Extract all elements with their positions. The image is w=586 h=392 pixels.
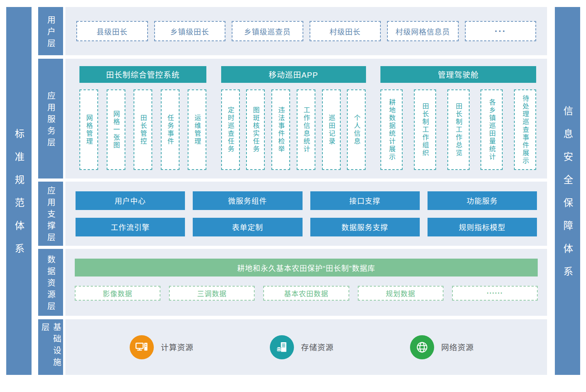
layer-label-data-resource-text: 数据资源层 — [45, 252, 56, 313]
module-label: 待处理巡查事件展示 — [522, 95, 528, 165]
module-grid-management: 网格管理 — [79, 89, 98, 170]
user-role-label: 村级田长 — [329, 26, 361, 37]
module-label: 田长制工作总览 — [455, 103, 462, 157]
module-violation-reporting: 违法事件检举 — [271, 89, 290, 170]
globe-icon — [410, 335, 434, 359]
data-label: 规划数据 — [386, 288, 415, 298]
layer-label-application-service-text: 应用服务层 — [45, 88, 56, 150]
module-personal-info: 个人信息 — [347, 89, 366, 170]
infrastructure-panel: 计算资源 — [65, 319, 547, 375]
group-header: 田长制综合管控系统 — [79, 66, 206, 83]
user-role-county-chief: 县级田长 — [76, 21, 148, 41]
module-label: 工作信息统计 — [303, 107, 309, 153]
group-field-chief-control-system: 田长制综合管控系统 网格管理 网格一张图 田长管控 任务事件 运维管理 — [79, 66, 206, 170]
infra-network-resources: 网络资源 — [410, 335, 474, 359]
user-role-label: 乡镇级田长 — [170, 26, 209, 37]
layer-application-service: 应用服务层 田长制综合管控系统 网格管理 网格一张图 田长管控 任务事件 运维管… — [38, 59, 547, 178]
infra-label: 网络资源 — [441, 341, 474, 353]
data-basic-farmland: 基本农田数据 — [263, 286, 349, 301]
layer-label-infrastructure-text: 基础设施层 — [39, 319, 62, 375]
data-label: 影像数据 — [103, 288, 132, 298]
module-label: 耕地数据统计展示 — [388, 99, 395, 161]
infra-storage-resources: 存储资源 — [270, 335, 334, 359]
group-management-cockpit: 管理驾驶舱 耕地数据统计展示 田长制工作组织 田长制工作总览 各乡镇巡田量统计 … — [380, 66, 536, 170]
layer-user: 用户层 县级田长 乡镇级田长 乡镇级巡查员 村级田长 村级网格信息员 ··· — [38, 7, 547, 55]
infra-computing-resources: 计算资源 — [130, 335, 194, 359]
support-function-services: 功能服务 — [428, 191, 537, 210]
group-items: 网格管理 网格一张图 田长管控 任务事件 运维管理 — [79, 89, 206, 170]
layer-infrastructure: 基础设施层 计算资源 — [38, 319, 547, 375]
module-label: 任务事件 — [167, 114, 173, 145]
module-work-overview: 田长制工作总览 — [447, 89, 470, 170]
module-task-events: 任务事件 — [161, 89, 179, 170]
support-row: 用户中心 微服务组件 接口支撑 功能服务 — [76, 191, 537, 210]
user-role-township-chief: 乡镇级田长 — [154, 21, 226, 41]
module-label: 图斑核实任务 — [252, 107, 259, 153]
module-patrol-records: 巡田记录 — [322, 89, 341, 170]
module-label: 定时巡查任务 — [227, 107, 234, 153]
layer-label-application-support-text: 应用支撑层 — [45, 183, 56, 245]
data-ellipsis: ······ — [452, 286, 538, 301]
support-interface-support: 接口支撑 — [310, 191, 420, 210]
layer-label-infrastructure: 基础设施层 — [38, 319, 63, 375]
module-label: 网格管理 — [86, 114, 92, 145]
module-pending-inspection-events: 待处理巡查事件展示 — [514, 89, 536, 170]
user-role-village-grid-informer: 村级网格信息员 — [387, 21, 459, 41]
support-workflow-engine: 工作流引擎 — [76, 218, 185, 236]
module-work-organization: 田长制工作组织 — [414, 89, 436, 170]
storage-icon — [270, 335, 294, 359]
ellipsis-text: ······ — [487, 289, 503, 298]
data-label: 基本农田数据 — [284, 288, 329, 298]
user-role-label: 村级网格信息员 — [396, 26, 450, 37]
layer-data-resource: 数据资源层 耕地和永久基本农田保护“田长制”数据库 影像数据 三调数据 基本农田… — [38, 249, 547, 316]
module-field-chief-control: 田长管控 — [134, 89, 152, 170]
layer-label-application-support: 应用支撑层 — [38, 182, 63, 246]
module-scheduled-patrol-tasks: 定时巡查任务 — [221, 89, 240, 170]
user-role-ellipsis: ··· — [465, 21, 537, 41]
support-rule-indicator-model: 规则指标模型 — [428, 218, 537, 236]
data-planning: 规划数据 — [358, 286, 443, 301]
standards-system-bar: 标准规范体系 — [6, 7, 32, 375]
user-role-village-chief: 村级田长 — [310, 21, 381, 41]
application-support-panel: 用户中心 微服务组件 接口支撑 功能服务 工作流引擎 表单定制 数据服务支撑 规… — [65, 182, 547, 246]
architecture-diagram: 标准规范体系 用户层 县级田长 乡镇级田长 乡镇级巡查员 村级田长 村级网格信息… — [0, 0, 586, 392]
support-microservice-components: 微服务组件 — [193, 191, 302, 210]
module-spot-verification-tasks: 图斑核实任务 — [246, 89, 265, 170]
application-service-panel: 田长制综合管控系统 网格管理 网格一张图 田长管控 任务事件 运维管理 移动巡田… — [65, 59, 547, 178]
information-security-bar-label: 信息安全保障体系 — [561, 93, 575, 289]
ellipsis-text: ··· — [494, 26, 506, 37]
support-row: 工作流引擎 表单定制 数据服务支撑 规则指标模型 — [76, 218, 537, 236]
data-imagery: 影像数据 — [75, 286, 160, 301]
module-label: 网格一张图 — [113, 110, 119, 149]
group-items: 耕地数据统计展示 田长制工作组织 田长制工作总览 各乡镇巡田量统计 待处理巡查事… — [380, 89, 536, 170]
support-data-service-support: 数据服务支撑 — [310, 218, 420, 236]
group-items: 定时巡查任务 图斑核实任务 违法事件检举 工作信息统计 巡田记录 个人信息 — [221, 89, 366, 170]
module-ops-management: 运维管理 — [188, 89, 206, 170]
group-header: 移动巡田APP — [221, 66, 366, 83]
standards-system-bar-label: 标准规范体系 — [12, 116, 26, 266]
layer-application-support: 应用支撑层 用户中心 微服务组件 接口支撑 功能服务 工作流引擎 表单定制 数据… — [38, 182, 547, 246]
data-label: 三调数据 — [197, 288, 227, 298]
group-mobile-patrol-app: 移动巡田APP 定时巡查任务 图斑核实任务 违法事件检举 工作信息统计 巡田记录… — [221, 66, 366, 170]
module-farmland-data-display: 耕地数据统计展示 — [380, 89, 403, 170]
layers-stack: 用户层 县级田长 乡镇级田长 乡镇级巡查员 村级田长 村级网格信息员 ··· 应… — [38, 7, 547, 375]
layer-label-application-service: 应用服务层 — [38, 59, 63, 178]
infra-label: 存储资源 — [301, 341, 334, 353]
infra-label: 计算资源 — [161, 341, 194, 353]
user-role-label: 乡镇级巡查员 — [244, 26, 291, 37]
user-role-township-inspector: 乡镇级巡查员 — [232, 21, 303, 41]
module-label: 田长制工作组织 — [422, 103, 428, 157]
module-label: 运维管理 — [194, 114, 201, 145]
module-label: 各乡镇巡田量统计 — [488, 99, 495, 161]
group-header: 管理驾驶舱 — [380, 66, 536, 83]
data-third-survey: 三调数据 — [169, 286, 255, 301]
module-label: 巡田记录 — [328, 114, 334, 145]
layer-label-user: 用户层 — [38, 7, 63, 55]
field-chief-database-bar: 耕地和永久基本农田保护“田长制”数据库 — [75, 259, 538, 276]
module-township-patrol-stats: 各乡镇巡田量统计 — [480, 89, 503, 170]
module-label: 违法事件检举 — [278, 107, 284, 153]
module-work-info-statistics: 工作信息统计 — [297, 89, 315, 170]
layer-label-user-text: 用户层 — [45, 12, 56, 51]
module-grid-one-map: 网格一张图 — [107, 89, 125, 170]
support-user-center: 用户中心 — [76, 191, 185, 210]
